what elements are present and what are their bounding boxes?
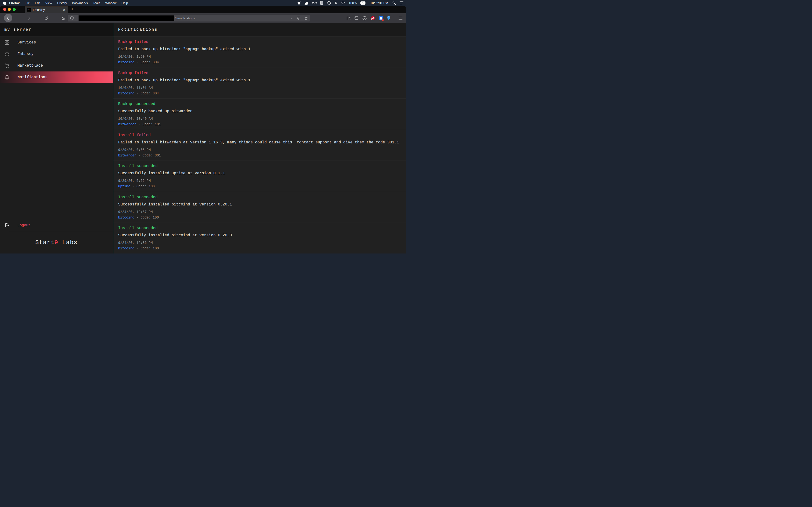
notification-timestamp: 10/6/20, 10:49 AM — [118, 116, 401, 121]
account-icon[interactable] — [362, 16, 367, 20]
sidebar-item-marketplace[interactable]: Marketplace — [0, 60, 113, 71]
sidebar-menu: ServicesEmbassyMarketplaceNotifications — [0, 37, 113, 83]
menubar-item-firefox[interactable]: Firefox — [9, 1, 19, 5]
sidebar: my server ServicesEmbassyMarketplaceNoti… — [0, 23, 113, 253]
apple-icon[interactable] — [3, 1, 6, 5]
wifi-icon[interactable] — [341, 1, 345, 5]
bookmark-star-icon[interactable] — [304, 16, 308, 20]
spotlight-search-icon[interactable] — [392, 1, 396, 5]
notification-timestamp: 10/6/20, 1:50 PM — [118, 54, 401, 59]
menubar-clock: Tue 2:31 PM — [370, 1, 388, 5]
notification-title: Install succeeded — [118, 164, 401, 169]
url-bar[interactable]: /#/notifications — [68, 15, 310, 21]
menubar-item-file[interactable]: File — [24, 1, 30, 5]
menu-hamburger-icon[interactable] — [399, 16, 403, 20]
service-link[interactable]: bitcoind — [118, 216, 134, 219]
menubar-item-edit[interactable]: Edit — [35, 1, 40, 5]
service-link[interactable]: bitwarden — [118, 154, 137, 157]
notification-title: Install succeeded — [118, 195, 401, 200]
minimize-window-button[interactable] — [8, 8, 11, 11]
urlbar-separator — [76, 16, 77, 20]
sidebar-item-services[interactable]: Services — [0, 37, 113, 48]
sidebar-item-label: Marketplace — [17, 63, 43, 68]
sidebar-toggle-icon[interactable] — [354, 16, 359, 20]
notification-title: Backup failed — [118, 71, 401, 76]
notification-code-line: uptime - Code: 100 — [118, 184, 401, 189]
logout-icon — [4, 223, 10, 228]
page-header: Notifications — [113, 23, 406, 37]
macos-menubar: FirefoxFileEditViewHistoryBookmarksTools… — [0, 0, 406, 6]
menubar-item-help[interactable]: Help — [121, 1, 128, 5]
app-silhouette-icon[interactable] — [304, 1, 308, 5]
sidebar-item-embassy[interactable]: Embassy — [0, 48, 113, 60]
service-link[interactable]: bitcoind — [118, 246, 134, 250]
notification-code: - Code: 301 — [137, 154, 161, 157]
notification-message: Failed to back up bitcoind: "appmgr back… — [118, 78, 401, 83]
notification-item: Backup failedFailed to back up bitcoind:… — [113, 68, 406, 99]
tab-close-icon[interactable]: ✕ — [62, 8, 66, 12]
service-link[interactable]: bitcoind — [118, 60, 134, 64]
adblock-plus-icon[interactable]: ABP — [370, 16, 375, 20]
time-machine-icon[interactable] — [327, 1, 331, 5]
notification-center-icon[interactable] — [400, 1, 404, 5]
telegram-icon[interactable] — [297, 1, 301, 5]
service-link[interactable]: uptime — [118, 184, 130, 188]
traffic-lights — [3, 8, 16, 11]
service-link[interactable]: bitcoind — [118, 92, 134, 95]
notification-code: - Code: 101 — [137, 122, 161, 126]
notification-timestamp: 9/29/20, 5:56 PM — [118, 178, 401, 183]
sidebar-item-notifications[interactable]: Notifications — [0, 71, 113, 83]
notification-timestamp: 10/6/20, 11:01 AM — [118, 86, 401, 90]
notification-item: Backup failedFailed to back up bitcoind:… — [113, 37, 406, 68]
notification-timestamp: 9/24/20, 12:37 PM — [118, 210, 401, 214]
password-manager-icon[interactable] — [379, 16, 383, 20]
forward-button[interactable] — [26, 13, 32, 23]
url-path-text[interactable]: /#/notifications — [175, 16, 195, 20]
menubar-item-window[interactable]: Window — [105, 1, 116, 5]
notification-item: Install succeededSuccessfully installed … — [113, 223, 406, 253]
notification-title: Install failed — [118, 133, 401, 138]
logout-button[interactable]: Logout — [0, 219, 113, 231]
menubar-item-history[interactable]: History — [57, 1, 67, 5]
notification-message: Successfully installed bitcoind at versi… — [118, 202, 401, 207]
page-title: Notifications — [118, 27, 158, 32]
notification-title: Backup succeeded — [118, 102, 401, 107]
back-button[interactable] — [4, 14, 12, 22]
notifications-page: Notifications Backup failedFailed to bac… — [113, 23, 406, 253]
tab-favicon: s9 — [27, 8, 31, 12]
home-button[interactable] — [60, 13, 66, 23]
new-tab-button[interactable]: + — [69, 7, 75, 12]
pocket-icon[interactable] — [297, 16, 301, 20]
notification-code: - Code: 100 — [134, 246, 159, 250]
service-link[interactable]: bitwarden — [118, 122, 137, 126]
menubar-item-tools[interactable]: Tools — [93, 1, 100, 5]
battery-icon[interactable] — [360, 1, 366, 5]
menubar-item-bookmarks[interactable]: Bookmarks — [72, 1, 88, 5]
notification-list: Backup failedFailed to back up bitcoind:… — [113, 37, 406, 253]
notification-item: Backup succeededSuccessfully backed up b… — [113, 99, 406, 130]
notification-code-line: bitcoind - Code: 100 — [118, 215, 401, 220]
browser-toolbar: /#/notifications — [0, 13, 406, 23]
sidebar-header: my server — [0, 23, 113, 37]
glasses-icon[interactable] — [312, 2, 317, 4]
menubar-item-view[interactable]: View — [45, 1, 52, 5]
extension-kite-icon[interactable] — [387, 16, 391, 20]
sidebar-item-label: Services — [17, 40, 36, 45]
cube-icon — [4, 51, 10, 57]
url-redacted-block — [79, 15, 174, 21]
zoom-window-button[interactable] — [13, 8, 16, 11]
notification-code-line: bitcoind - Code: 304 — [118, 91, 401, 96]
toolbar-right-icons: ABP — [346, 13, 406, 23]
notification-message: Failed to back up bitcoind: "appmgr back… — [118, 47, 401, 52]
display-icon[interactable] — [320, 1, 323, 5]
tab-embassy[interactable]: s9 Embassy ✕ — [24, 6, 68, 13]
reload-button[interactable] — [43, 13, 49, 23]
tab-bar: s9 Embassy ✕ + — [0, 6, 406, 13]
bluetooth-icon[interactable] — [335, 1, 337, 5]
page-actions-icon[interactable] — [290, 16, 293, 20]
notification-code: - Code: 100 — [130, 184, 155, 188]
close-window-button[interactable] — [3, 8, 6, 11]
library-icon[interactable] — [346, 16, 351, 20]
sidebar-item-label: Notifications — [17, 75, 48, 79]
tracking-protection-shield-icon[interactable] — [70, 16, 74, 20]
